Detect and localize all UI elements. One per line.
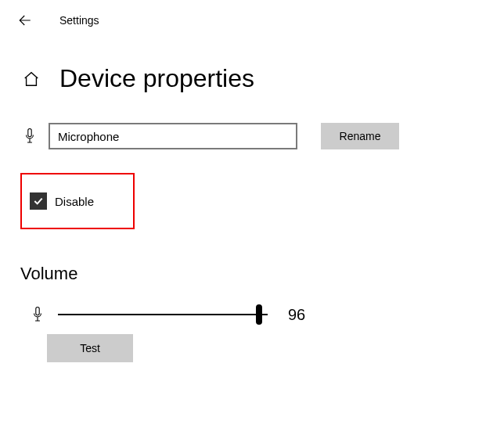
home-button[interactable] [20, 68, 42, 90]
page-title: Device properties [59, 64, 254, 93]
svg-rect-1 [36, 307, 39, 315]
slider-track [58, 314, 268, 315]
microphone-icon [20, 127, 39, 146]
back-button[interactable] [16, 11, 34, 30]
slider-thumb[interactable] [256, 304, 262, 325]
disable-checkbox[interactable] [30, 192, 47, 210]
home-icon [23, 70, 40, 88]
rename-button[interactable]: Rename [321, 123, 399, 149]
volume-value: 96 [288, 306, 305, 324]
app-title: Settings [59, 14, 99, 27]
test-button[interactable]: Test [47, 334, 133, 362]
arrow-left-icon [18, 13, 32, 27]
svg-rect-0 [28, 128, 31, 136]
checkmark-icon [32, 195, 45, 207]
volume-microphone-icon [28, 305, 47, 324]
disable-label: Disable [55, 195, 94, 208]
volume-slider[interactable] [58, 303, 268, 326]
device-name-input[interactable] [49, 123, 297, 149]
disable-highlight-box: Disable [20, 173, 135, 229]
volume-section-title: Volume [20, 264, 484, 284]
